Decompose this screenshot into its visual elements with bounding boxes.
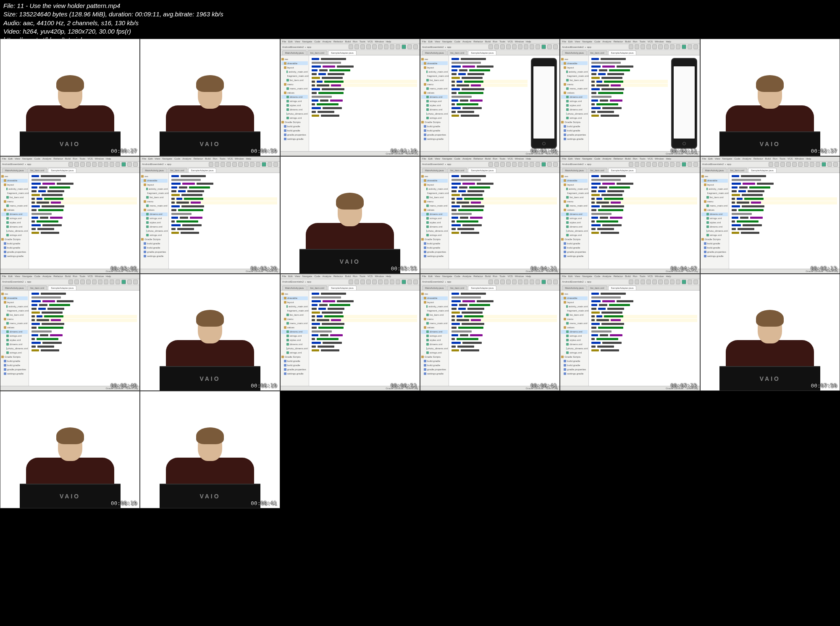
toolbar-button[interactable] bbox=[80, 162, 85, 167]
menu-item[interactable]: Navigate bbox=[442, 157, 452, 160]
menu-item[interactable]: VCS bbox=[507, 157, 512, 160]
tree-item[interactable]: menu_main.xml bbox=[421, 204, 448, 208]
menu-item[interactable]: Refactor bbox=[473, 157, 483, 160]
menu-item[interactable]: Run bbox=[633, 157, 638, 160]
toolbar-button[interactable] bbox=[518, 45, 522, 49]
tree-item[interactable]: build.gradle bbox=[281, 128, 308, 132]
editor-tab[interactable]: SampleAdapter.java bbox=[608, 50, 637, 55]
tree-item[interactable]: values bbox=[421, 91, 448, 94]
menu-item[interactable]: Navigate bbox=[722, 157, 732, 160]
menu-item[interactable]: Navigate bbox=[302, 275, 312, 278]
tree-item[interactable]: strings.xml bbox=[421, 351, 448, 355]
tree-item[interactable]: dimens.xml bbox=[561, 95, 588, 99]
menu-item[interactable]: Analyze bbox=[462, 40, 471, 43]
menu-item[interactable]: Help bbox=[246, 157, 251, 160]
editor-tab[interactable]: MainActivity.java bbox=[282, 50, 307, 55]
tree-item[interactable]: gradle.properties bbox=[421, 368, 448, 372]
menu-item[interactable]: Window bbox=[655, 40, 664, 43]
toolbar-button[interactable] bbox=[110, 280, 114, 284]
menu-item[interactable]: VCS bbox=[648, 275, 653, 278]
menu-item[interactable]: Build bbox=[345, 275, 351, 278]
tree-item[interactable]: menu_main.xml bbox=[281, 86, 308, 90]
menu-item[interactable]: View bbox=[435, 275, 440, 278]
menu-item[interactable]: Refactor bbox=[473, 40, 483, 43]
tree-item[interactable]: styles.xml bbox=[701, 221, 728, 225]
toolbar-button[interactable] bbox=[494, 280, 499, 284]
tree-item[interactable]: dimens.xml bbox=[421, 225, 448, 229]
tree-item[interactable]: menu bbox=[701, 200, 728, 204]
editor-tab[interactable]: list_item.xml bbox=[307, 50, 327, 55]
tree-item[interactable]: menu_main.xml bbox=[1, 204, 28, 208]
menu-item[interactable]: View bbox=[715, 157, 720, 160]
tree-item[interactable]: menu bbox=[421, 317, 448, 321]
toolbar-button[interactable] bbox=[547, 162, 552, 167]
menu-item[interactable]: Code bbox=[454, 40, 460, 43]
toolbar-button[interactable] bbox=[488, 280, 493, 284]
menu-item[interactable]: Run bbox=[73, 275, 77, 278]
tree-item[interactable]: strings.xml bbox=[141, 233, 168, 237]
menu-item[interactable]: Tools bbox=[499, 40, 505, 43]
tree-item[interactable]: dimens.xml bbox=[281, 95, 308, 99]
tree-item[interactable]: values bbox=[1, 326, 28, 330]
tree-item[interactable]: dimens.xml bbox=[281, 343, 308, 346]
editor-tab[interactable]: MainActivity.java bbox=[422, 50, 446, 55]
toolbar-button[interactable] bbox=[512, 280, 517, 284]
menu-item[interactable]: Edit bbox=[8, 275, 13, 278]
toolbar-button[interactable] bbox=[378, 45, 383, 49]
tree-item[interactable]: build.gradle bbox=[421, 128, 448, 132]
toolbar-button[interactable] bbox=[366, 280, 371, 284]
toolbar-button[interactable] bbox=[127, 162, 132, 167]
tree-item[interactable]: fragment_main.xml bbox=[561, 74, 588, 78]
editor-tab[interactable]: list_item.xml bbox=[447, 285, 467, 290]
tree-item[interactable]: fragment_main.xml bbox=[421, 74, 448, 78]
menu-item[interactable]: Edit bbox=[568, 40, 572, 43]
tree-item[interactable]: strings.xml bbox=[421, 217, 448, 220]
menu-item[interactable]: View bbox=[295, 40, 300, 43]
toolbar-button[interactable] bbox=[68, 280, 73, 284]
toolbar-button[interactable] bbox=[220, 162, 225, 167]
tree-item[interactable]: list_item.xml bbox=[1, 196, 28, 199]
code-editor[interactable] bbox=[589, 173, 699, 269]
menu-item[interactable]: Help bbox=[526, 157, 531, 160]
toolbar-button[interactable] bbox=[402, 45, 406, 49]
code-editor[interactable] bbox=[29, 173, 139, 269]
tree-item[interactable]: fragment_main.xml bbox=[141, 191, 168, 195]
toolbar-button[interactable] bbox=[676, 45, 680, 49]
menu-item[interactable]: Run bbox=[213, 157, 218, 160]
editor-tab[interactable]: list_item.xml bbox=[588, 168, 607, 173]
toolbar-button[interactable] bbox=[658, 280, 663, 284]
tree-item[interactable]: values bbox=[561, 208, 588, 212]
menu-item[interactable]: View bbox=[435, 40, 440, 43]
menu-item[interactable]: Refactor bbox=[473, 275, 483, 278]
toolbar-button[interactable] bbox=[629, 45, 633, 49]
menu-item[interactable]: Navigate bbox=[582, 157, 592, 160]
toolbar-button[interactable] bbox=[547, 280, 552, 284]
menu-item[interactable]: Edit bbox=[288, 40, 292, 43]
menu-item[interactable]: Edit bbox=[288, 275, 292, 278]
tree-item[interactable]: strings.xml bbox=[701, 233, 728, 237]
toolbar-button[interactable] bbox=[810, 162, 814, 167]
toolbar-button[interactable] bbox=[688, 280, 692, 284]
tree-item[interactable]: values bbox=[421, 208, 448, 212]
toolbar-button[interactable] bbox=[104, 280, 108, 284]
code-editor[interactable] bbox=[589, 291, 699, 386]
tree-item[interactable]: gradle.properties bbox=[1, 368, 28, 372]
tree-item[interactable]: build.gradle bbox=[421, 364, 448, 367]
toolbar-button[interactable] bbox=[360, 280, 365, 284]
tree-item[interactable]: res bbox=[281, 57, 308, 61]
menu-item[interactable]: Code bbox=[454, 157, 460, 160]
toolbar-button[interactable] bbox=[518, 162, 522, 167]
menu-item[interactable]: Run bbox=[493, 40, 497, 43]
menu-item[interactable]: Navigate bbox=[582, 40, 592, 43]
tree-item[interactable]: drawable bbox=[561, 179, 588, 183]
editor-tab[interactable]: SampleAdapter.java bbox=[748, 168, 777, 173]
toolbar-button[interactable] bbox=[652, 280, 657, 284]
menu-item[interactable]: Navigate bbox=[582, 275, 592, 278]
tree-item[interactable]: menu bbox=[141, 200, 168, 204]
menu-item[interactable]: VCS bbox=[368, 40, 373, 43]
tree-item[interactable]: fragment_main.xml bbox=[701, 191, 728, 195]
toolbar-button[interactable] bbox=[536, 280, 540, 284]
tree-item[interactable]: settings.gradle bbox=[561, 137, 588, 141]
toolbar-button[interactable] bbox=[536, 162, 540, 167]
tree-item[interactable]: drawable bbox=[141, 179, 168, 183]
